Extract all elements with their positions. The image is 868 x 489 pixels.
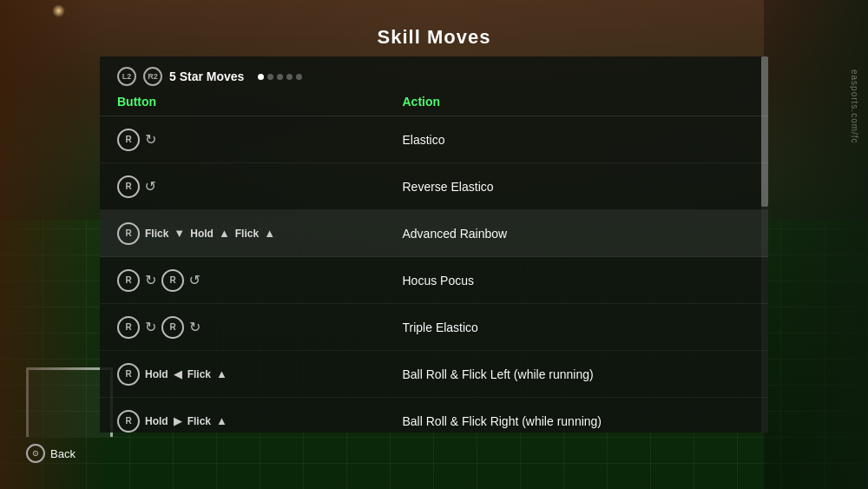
elastico-action: Elastico bbox=[403, 133, 752, 147]
dot-2 bbox=[267, 74, 273, 80]
arrow-left: ◀ bbox=[174, 367, 182, 380]
r-stick-icon-8: R bbox=[117, 363, 140, 386]
button-column-header: Button bbox=[117, 95, 403, 109]
rotate-cw-icon-3: ↻ bbox=[145, 319, 156, 335]
scrollbar-thumb[interactable] bbox=[761, 56, 768, 207]
hocus-pocus-action: Hocus Pocus bbox=[403, 274, 752, 287]
crowd-left bbox=[0, 0, 104, 489]
triple-elastico-button-col: R ↻ R ↻ bbox=[117, 316, 403, 339]
arrow-up-4: ▲ bbox=[216, 414, 227, 427]
column-headers: Button Action bbox=[100, 86, 768, 116]
panel-inner: L2 R2 5 Star Moves Button Action R ↻ bbox=[100, 56, 768, 433]
flick-text-1: Flick bbox=[145, 228, 168, 240]
hold-text-3: Hold bbox=[145, 415, 168, 427]
bottom-bar: ⊙ Back bbox=[26, 444, 76, 463]
skill-row-elastico: R ↻ Elastico bbox=[100, 116, 768, 163]
reverse-elastico-action: Reverse Elastico bbox=[403, 180, 752, 194]
arrow-down: ▼ bbox=[174, 227, 185, 240]
back-label: Back bbox=[50, 447, 76, 460]
back-button-icon[interactable]: ⊙ bbox=[26, 444, 45, 463]
elastico-button-col: R ↻ bbox=[117, 129, 403, 151]
triple-elastico-action: Triple Elastico bbox=[403, 320, 752, 334]
r-stick-icon: R bbox=[117, 129, 140, 151]
page-title: Skill Moves bbox=[378, 26, 491, 48]
arrow-up-2: ▲ bbox=[264, 227, 275, 240]
r-stick-icon-3: R bbox=[117, 222, 140, 245]
scrollbar-track[interactable] bbox=[761, 56, 768, 433]
rotate-cw-icon-4: ↻ bbox=[189, 319, 201, 335]
r-stick-icon-7: R bbox=[161, 316, 184, 339]
dot-1 bbox=[258, 74, 264, 80]
dot-3 bbox=[277, 74, 283, 80]
sub-header: L2 R2 5 Star Moves bbox=[100, 56, 768, 86]
hold-text: Hold bbox=[190, 228, 214, 240]
flick-text-3: Flick bbox=[187, 368, 211, 380]
flick-text-4: Flick bbox=[187, 415, 211, 427]
skill-row-ball-roll-left: R Hold ◀ Flick ▲ Ball Roll & Flick Left … bbox=[100, 351, 768, 398]
advanced-rainbow-button-col: R Flick ▼ Hold ▲ Flick ▲ bbox=[117, 222, 403, 245]
ea-brand-text: easports.com/fc bbox=[850, 69, 859, 144]
skills-list: R ↻ Elastico R ↻ Reverse Elastico R Flic… bbox=[100, 116, 768, 433]
dot-4 bbox=[286, 74, 293, 80]
skill-row-hocus-pocus: R ↻ R ↻ Hocus Pocus bbox=[100, 257, 768, 304]
skill-row-ball-roll-right: R Hold ▶ Flick ▲ Ball Roll & Flick Right… bbox=[100, 398, 768, 433]
skill-row-reverse-elastico: R ↻ Reverse Elastico bbox=[100, 163, 768, 210]
dot-5 bbox=[296, 74, 302, 80]
flick-text-2: Flick bbox=[235, 228, 259, 240]
ball-roll-left-action: Ball Roll & Flick Left (while running) bbox=[403, 367, 752, 381]
r-stick-icon-4: R bbox=[117, 269, 140, 292]
rotate-ccw-icon-2: ↻ bbox=[189, 272, 201, 288]
rotate-cw-icon-2: ↻ bbox=[145, 272, 156, 288]
pagination-dots bbox=[258, 74, 302, 80]
arrow-up-1: ▲ bbox=[219, 227, 230, 240]
arrow-right: ▶ bbox=[174, 414, 182, 427]
ball-roll-right-button-col: R Hold ▶ Flick ▲ bbox=[117, 410, 403, 433]
rotate-ccw-icon: ↻ bbox=[145, 178, 156, 195]
r-stick-icon-2: R bbox=[117, 175, 140, 198]
l2-badge: L2 bbox=[117, 67, 136, 86]
stadium-lights bbox=[52, 4, 65, 17]
skill-row-advanced-rainbow: R Flick ▼ Hold ▲ Flick ▲ Advanced Rainbo… bbox=[100, 210, 768, 257]
title-bar: Skill Moves bbox=[0, 26, 868, 49]
right-overlay: easports.com/fc bbox=[764, 0, 868, 489]
hold-text-2: Hold bbox=[145, 368, 168, 380]
advanced-rainbow-action: Advanced Rainbow bbox=[403, 227, 752, 241]
hocus-pocus-button-col: R ↻ R ↻ bbox=[117, 269, 403, 292]
r2-badge: R2 bbox=[143, 67, 162, 86]
skill-row-triple-elastico: R ↻ R ↻ Triple Elastico bbox=[100, 304, 768, 351]
reverse-elastico-button-col: R ↻ bbox=[117, 175, 403, 198]
main-panel: L2 R2 5 Star Moves Button Action R ↻ bbox=[100, 56, 768, 433]
rotate-cw-icon: ↻ bbox=[145, 131, 156, 148]
star-moves-label: 5 Star Moves bbox=[169, 69, 244, 83]
ball-roll-left-button-col: R Hold ◀ Flick ▲ bbox=[117, 363, 403, 386]
r-stick-icon-6: R bbox=[117, 316, 140, 339]
action-column-header: Action bbox=[403, 95, 752, 109]
r-stick-icon-5: R bbox=[161, 269, 184, 292]
arrow-up-3: ▲ bbox=[216, 367, 227, 380]
ball-roll-right-action: Ball Roll & Flick Right (while running) bbox=[403, 414, 752, 428]
r-stick-icon-9: R bbox=[117, 410, 140, 433]
